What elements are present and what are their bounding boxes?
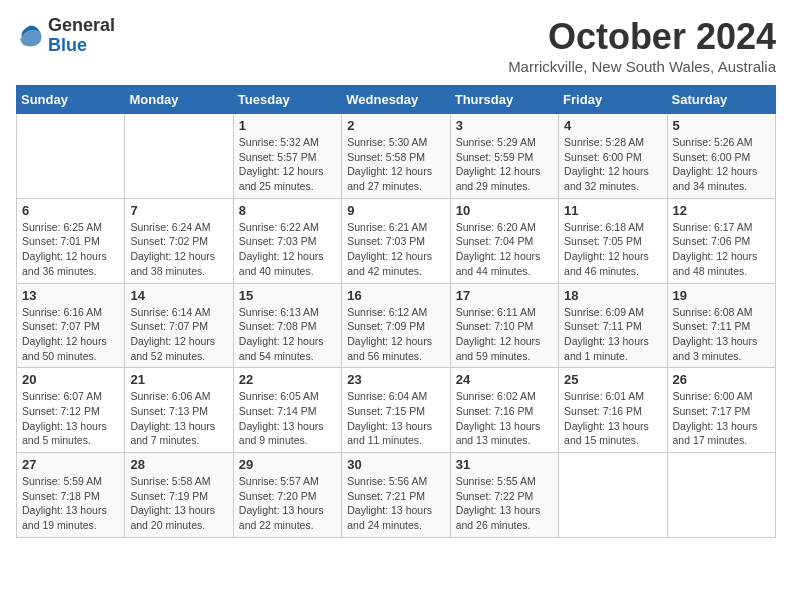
calendar-cell — [125, 114, 233, 199]
calendar-cell: 16Sunrise: 6:12 AMSunset: 7:09 PMDayligh… — [342, 283, 450, 368]
day-info: Sunrise: 5:58 AMSunset: 7:19 PMDaylight:… — [130, 474, 227, 533]
day-number: 31 — [456, 457, 553, 472]
weekday-header-tuesday: Tuesday — [233, 86, 341, 114]
calendar-cell: 27Sunrise: 5:59 AMSunset: 7:18 PMDayligh… — [17, 453, 125, 538]
day-number: 17 — [456, 288, 553, 303]
day-number: 20 — [22, 372, 119, 387]
day-info: Sunrise: 5:29 AMSunset: 5:59 PMDaylight:… — [456, 135, 553, 194]
day-number: 21 — [130, 372, 227, 387]
day-info: Sunrise: 5:30 AMSunset: 5:58 PMDaylight:… — [347, 135, 444, 194]
day-number: 23 — [347, 372, 444, 387]
logo-icon — [16, 22, 44, 50]
day-number: 9 — [347, 203, 444, 218]
calendar-cell: 20Sunrise: 6:07 AMSunset: 7:12 PMDayligh… — [17, 368, 125, 453]
day-number: 15 — [239, 288, 336, 303]
day-info: Sunrise: 6:14 AMSunset: 7:07 PMDaylight:… — [130, 305, 227, 364]
day-info: Sunrise: 6:13 AMSunset: 7:08 PMDaylight:… — [239, 305, 336, 364]
day-info: Sunrise: 6:12 AMSunset: 7:09 PMDaylight:… — [347, 305, 444, 364]
calendar-cell: 19Sunrise: 6:08 AMSunset: 7:11 PMDayligh… — [667, 283, 775, 368]
calendar-cell: 5Sunrise: 5:26 AMSunset: 6:00 PMDaylight… — [667, 114, 775, 199]
logo-text: General Blue — [48, 16, 115, 56]
calendar-week-5: 27Sunrise: 5:59 AMSunset: 7:18 PMDayligh… — [17, 453, 776, 538]
weekday-header-monday: Monday — [125, 86, 233, 114]
calendar-cell: 30Sunrise: 5:56 AMSunset: 7:21 PMDayligh… — [342, 453, 450, 538]
day-info: Sunrise: 6:16 AMSunset: 7:07 PMDaylight:… — [22, 305, 119, 364]
calendar-cell: 10Sunrise: 6:20 AMSunset: 7:04 PMDayligh… — [450, 198, 558, 283]
calendar-cell: 29Sunrise: 5:57 AMSunset: 7:20 PMDayligh… — [233, 453, 341, 538]
day-number: 24 — [456, 372, 553, 387]
day-info: Sunrise: 5:32 AMSunset: 5:57 PMDaylight:… — [239, 135, 336, 194]
day-info: Sunrise: 6:00 AMSunset: 7:17 PMDaylight:… — [673, 389, 770, 448]
calendar-cell: 3Sunrise: 5:29 AMSunset: 5:59 PMDaylight… — [450, 114, 558, 199]
calendar-cell: 7Sunrise: 6:24 AMSunset: 7:02 PMDaylight… — [125, 198, 233, 283]
day-number: 27 — [22, 457, 119, 472]
calendar-cell: 24Sunrise: 6:02 AMSunset: 7:16 PMDayligh… — [450, 368, 558, 453]
calendar-cell: 21Sunrise: 6:06 AMSunset: 7:13 PMDayligh… — [125, 368, 233, 453]
day-info: Sunrise: 5:26 AMSunset: 6:00 PMDaylight:… — [673, 135, 770, 194]
calendar-cell: 28Sunrise: 5:58 AMSunset: 7:19 PMDayligh… — [125, 453, 233, 538]
day-number: 6 — [22, 203, 119, 218]
calendar-cell: 2Sunrise: 5:30 AMSunset: 5:58 PMDaylight… — [342, 114, 450, 199]
page-header: General Blue October 2024 Marrickville, … — [16, 16, 776, 75]
calendar-week-3: 13Sunrise: 6:16 AMSunset: 7:07 PMDayligh… — [17, 283, 776, 368]
day-number: 29 — [239, 457, 336, 472]
weekday-header-wednesday: Wednesday — [342, 86, 450, 114]
day-info: Sunrise: 6:09 AMSunset: 7:11 PMDaylight:… — [564, 305, 661, 364]
day-number: 13 — [22, 288, 119, 303]
weekday-header-sunday: Sunday — [17, 86, 125, 114]
day-info: Sunrise: 6:01 AMSunset: 7:16 PMDaylight:… — [564, 389, 661, 448]
day-number: 30 — [347, 457, 444, 472]
calendar-table: SundayMondayTuesdayWednesdayThursdayFrid… — [16, 85, 776, 538]
day-number: 8 — [239, 203, 336, 218]
day-number: 4 — [564, 118, 661, 133]
month-title: October 2024 — [508, 16, 776, 58]
day-number: 10 — [456, 203, 553, 218]
day-info: Sunrise: 5:57 AMSunset: 7:20 PMDaylight:… — [239, 474, 336, 533]
day-number: 11 — [564, 203, 661, 218]
calendar-cell: 6Sunrise: 6:25 AMSunset: 7:01 PMDaylight… — [17, 198, 125, 283]
calendar-cell: 22Sunrise: 6:05 AMSunset: 7:14 PMDayligh… — [233, 368, 341, 453]
day-number: 12 — [673, 203, 770, 218]
day-info: Sunrise: 6:25 AMSunset: 7:01 PMDaylight:… — [22, 220, 119, 279]
day-number: 19 — [673, 288, 770, 303]
day-info: Sunrise: 6:20 AMSunset: 7:04 PMDaylight:… — [456, 220, 553, 279]
day-number: 25 — [564, 372, 661, 387]
calendar-cell: 11Sunrise: 6:18 AMSunset: 7:05 PMDayligh… — [559, 198, 667, 283]
day-number: 2 — [347, 118, 444, 133]
weekday-header-friday: Friday — [559, 86, 667, 114]
day-info: Sunrise: 6:02 AMSunset: 7:16 PMDaylight:… — [456, 389, 553, 448]
day-info: Sunrise: 6:08 AMSunset: 7:11 PMDaylight:… — [673, 305, 770, 364]
calendar-cell: 23Sunrise: 6:04 AMSunset: 7:15 PMDayligh… — [342, 368, 450, 453]
day-info: Sunrise: 6:24 AMSunset: 7:02 PMDaylight:… — [130, 220, 227, 279]
calendar-cell: 18Sunrise: 6:09 AMSunset: 7:11 PMDayligh… — [559, 283, 667, 368]
calendar-week-4: 20Sunrise: 6:07 AMSunset: 7:12 PMDayligh… — [17, 368, 776, 453]
calendar-cell: 25Sunrise: 6:01 AMSunset: 7:16 PMDayligh… — [559, 368, 667, 453]
day-number: 5 — [673, 118, 770, 133]
calendar-header: SundayMondayTuesdayWednesdayThursdayFrid… — [17, 86, 776, 114]
weekday-row: SundayMondayTuesdayWednesdayThursdayFrid… — [17, 86, 776, 114]
calendar-cell: 13Sunrise: 6:16 AMSunset: 7:07 PMDayligh… — [17, 283, 125, 368]
day-info: Sunrise: 5:56 AMSunset: 7:21 PMDaylight:… — [347, 474, 444, 533]
calendar-cell: 12Sunrise: 6:17 AMSunset: 7:06 PMDayligh… — [667, 198, 775, 283]
day-info: Sunrise: 5:55 AMSunset: 7:22 PMDaylight:… — [456, 474, 553, 533]
location: Marrickville, New South Wales, Australia — [508, 58, 776, 75]
calendar-cell: 17Sunrise: 6:11 AMSunset: 7:10 PMDayligh… — [450, 283, 558, 368]
calendar-cell — [17, 114, 125, 199]
calendar-cell: 15Sunrise: 6:13 AMSunset: 7:08 PMDayligh… — [233, 283, 341, 368]
calendar-body: 1Sunrise: 5:32 AMSunset: 5:57 PMDaylight… — [17, 114, 776, 538]
day-info: Sunrise: 6:11 AMSunset: 7:10 PMDaylight:… — [456, 305, 553, 364]
logo: General Blue — [16, 16, 115, 56]
day-number: 28 — [130, 457, 227, 472]
day-number: 16 — [347, 288, 444, 303]
day-info: Sunrise: 6:07 AMSunset: 7:12 PMDaylight:… — [22, 389, 119, 448]
calendar-cell: 4Sunrise: 5:28 AMSunset: 6:00 PMDaylight… — [559, 114, 667, 199]
day-info: Sunrise: 6:21 AMSunset: 7:03 PMDaylight:… — [347, 220, 444, 279]
day-info: Sunrise: 6:06 AMSunset: 7:13 PMDaylight:… — [130, 389, 227, 448]
calendar-week-2: 6Sunrise: 6:25 AMSunset: 7:01 PMDaylight… — [17, 198, 776, 283]
day-number: 22 — [239, 372, 336, 387]
day-number: 3 — [456, 118, 553, 133]
day-number: 1 — [239, 118, 336, 133]
day-number: 18 — [564, 288, 661, 303]
day-number: 7 — [130, 203, 227, 218]
calendar-cell: 1Sunrise: 5:32 AMSunset: 5:57 PMDaylight… — [233, 114, 341, 199]
